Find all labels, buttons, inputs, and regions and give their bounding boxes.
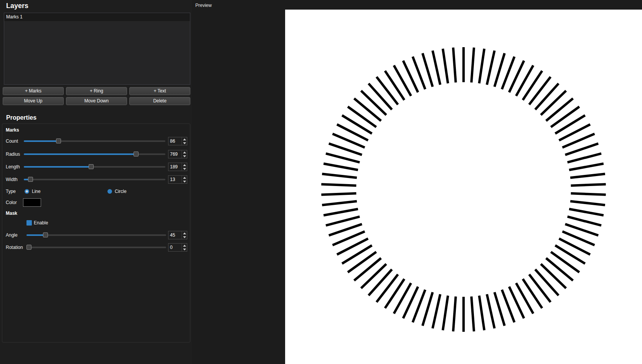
width-slider-thumb[interactable] <box>28 177 33 182</box>
angle-numbox[interactable]: 45 <box>168 231 187 239</box>
type-line-radio[interactable] <box>25 189 29 194</box>
type-line-radio-label[interactable]: Line <box>32 189 41 194</box>
length-slider-row: Length 189 <box>2 163 190 171</box>
width-slider[interactable] <box>24 179 165 180</box>
radius-slider-thumb[interactable] <box>134 152 139 156</box>
add-ring-button[interactable]: + Ring <box>66 87 127 95</box>
radius-label: Radius <box>6 152 20 157</box>
width-numbox[interactable]: 13 <box>168 175 187 184</box>
layer-add-button-row: + Marks + Ring + Text <box>3 87 190 95</box>
length-label: Length <box>6 164 20 170</box>
length-spin-down-icon[interactable] <box>182 167 187 171</box>
angle-spin-up-icon[interactable] <box>182 231 187 235</box>
color-label: Color <box>6 200 17 205</box>
properties-panel-title: Properties <box>6 114 36 121</box>
preview-canvas <box>285 10 642 364</box>
angle-label: Angle <box>6 232 18 238</box>
layer-order-button-row: Move Up Move Down Delete <box>3 97 190 105</box>
radius-slider[interactable] <box>24 153 165 155</box>
radius-value[interactable]: 769 <box>168 150 182 158</box>
rotation-spin-down-icon[interactable] <box>182 247 187 251</box>
type-circle-radio[interactable] <box>107 189 112 194</box>
angle-slider[interactable] <box>26 234 166 236</box>
mask-enable-label[interactable]: Enable <box>34 220 48 226</box>
count-slider[interactable] <box>24 140 165 142</box>
marks-ring-graphic <box>285 10 642 364</box>
angle-slider-row: Angle 45 <box>2 231 190 239</box>
rotation-numbox[interactable]: 0 <box>168 243 187 252</box>
count-slider-thumb[interactable] <box>56 138 61 143</box>
angle-value[interactable]: 45 <box>168 231 182 239</box>
length-slider-thumb[interactable] <box>89 164 94 169</box>
add-text-button[interactable]: + Text <box>129 87 190 95</box>
count-spin-up-icon[interactable] <box>182 137 187 141</box>
width-spin-down-icon[interactable] <box>182 180 187 183</box>
add-marks-button[interactable]: + Marks <box>3 87 64 95</box>
length-value[interactable]: 189 <box>168 163 182 171</box>
type-label: Type <box>6 189 16 194</box>
length-spin-up-icon[interactable] <box>182 163 187 167</box>
rotation-slider-thumb[interactable] <box>26 245 31 250</box>
width-label: Width <box>6 177 18 182</box>
radius-slider-row: Radius 769 <box>2 150 190 158</box>
rotation-value[interactable]: 0 <box>168 244 182 251</box>
marks-section-title: Marks <box>6 127 19 133</box>
layers-list[interactable]: Marks 1 <box>4 13 190 85</box>
angle-slider-thumb[interactable] <box>43 232 48 237</box>
properties-groupbox: Marks Count 86 Radius 769 <box>2 124 190 343</box>
radius-numbox[interactable]: 769 <box>168 150 187 158</box>
count-slider-row: Count 86 <box>2 137 190 145</box>
width-spin-up-icon[interactable] <box>182 176 187 180</box>
length-slider[interactable] <box>24 166 165 168</box>
move-up-button[interactable]: Move Up <box>3 97 64 105</box>
mask-section-title: Mask <box>6 211 17 216</box>
count-value[interactable]: 86 <box>168 137 182 145</box>
preview-title: Preview <box>195 3 212 8</box>
length-numbox[interactable]: 189 <box>168 163 187 171</box>
rotation-slider[interactable] <box>26 247 166 248</box>
mask-enable-checkbox[interactable] <box>26 220 32 226</box>
color-swatch[interactable] <box>23 198 41 207</box>
move-down-button[interactable]: Move Down <box>66 97 127 105</box>
layer-list-item[interactable]: Marks 1 <box>4 13 190 21</box>
count-label: Count <box>6 138 18 144</box>
delete-button[interactable]: Delete <box>129 97 190 105</box>
layers-panel-title: Layers <box>6 2 28 10</box>
rotation-label: Rotation <box>6 245 23 250</box>
count-spin-down-icon[interactable] <box>182 141 187 145</box>
rotation-spin-up-icon[interactable] <box>182 244 187 247</box>
radius-spin-up-icon[interactable] <box>182 150 187 154</box>
width-value[interactable]: 13 <box>168 176 182 183</box>
angle-spin-down-icon[interactable] <box>182 235 187 239</box>
radius-spin-down-icon[interactable] <box>182 154 187 158</box>
width-slider-row: Width 13 <box>2 175 190 184</box>
count-numbox[interactable]: 86 <box>168 137 187 145</box>
mask-enable-row: Enable <box>2 219 190 226</box>
type-row: Type Line Circle <box>2 187 190 196</box>
color-row: Color <box>2 198 190 207</box>
type-circle-radio-label[interactable]: Circle <box>115 189 127 194</box>
rotation-slider-row: Rotation 0 <box>2 243 190 252</box>
